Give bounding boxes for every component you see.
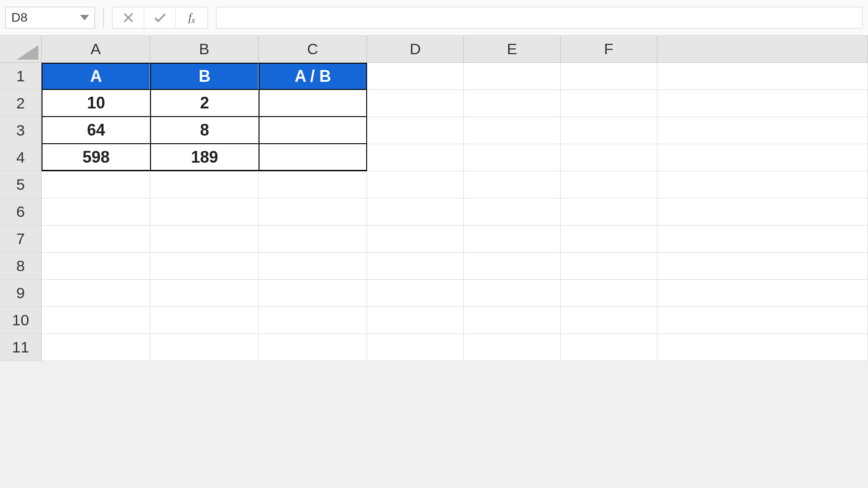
cell-A2[interactable]: 10 <box>42 90 150 117</box>
cell-B4[interactable]: 189 <box>150 144 259 171</box>
cell-blank[interactable] <box>657 280 868 307</box>
row-header-10[interactable]: 10 <box>0 307 42 334</box>
cell-B5[interactable] <box>150 171 259 198</box>
cell-F6[interactable] <box>561 198 657 225</box>
cell-A5[interactable] <box>42 171 150 198</box>
cell-E5[interactable] <box>464 171 561 198</box>
cell-D11[interactable] <box>367 334 464 361</box>
cell-C8[interactable] <box>259 253 367 280</box>
cell-F9[interactable] <box>561 280 657 307</box>
row-header-1[interactable]: 1 <box>0 63 42 90</box>
cell-blank[interactable] <box>657 307 868 334</box>
cell-blank[interactable] <box>657 171 868 198</box>
cell-B10[interactable] <box>150 307 259 334</box>
cell-F10[interactable] <box>561 307 657 334</box>
cell-E7[interactable] <box>464 225 561 253</box>
cell-C2[interactable] <box>259 90 367 117</box>
formula-input[interactable] <box>216 7 863 28</box>
col-header-a[interactable]: A <box>42 36 150 63</box>
row-header-2[interactable]: 2 <box>0 90 42 117</box>
cell-D6[interactable] <box>367 198 464 225</box>
col-header-e[interactable]: E <box>464 36 561 63</box>
cell-D2[interactable] <box>367 90 464 117</box>
cell-A4[interactable]: 598 <box>42 144 150 171</box>
cell-C6[interactable] <box>259 198 367 225</box>
cell-D10[interactable] <box>367 307 464 334</box>
cell-E6[interactable] <box>464 198 561 225</box>
cell-A8[interactable] <box>42 253 150 280</box>
cell-C3[interactable] <box>259 117 367 144</box>
cell-blank[interactable] <box>657 225 868 253</box>
cell-A3[interactable]: 64 <box>42 117 150 144</box>
cell-B7[interactable] <box>150 225 259 253</box>
cell-C5[interactable] <box>259 171 367 198</box>
cell-F8[interactable] <box>561 253 657 280</box>
cell-E10[interactable] <box>464 307 561 334</box>
cell-C9[interactable] <box>259 280 367 307</box>
cell-D8[interactable] <box>367 253 464 280</box>
select-all-corner[interactable] <box>0 36 42 63</box>
col-header-f[interactable]: F <box>561 36 657 63</box>
cell-C11[interactable] <box>259 334 367 361</box>
cell-C4[interactable] <box>259 144 367 171</box>
cell-F3[interactable] <box>561 117 657 144</box>
cell-D4[interactable] <box>367 144 464 171</box>
cell-E9[interactable] <box>464 280 561 307</box>
cell-D3[interactable] <box>367 117 464 144</box>
cell-E11[interactable] <box>464 334 561 361</box>
cell-B2[interactable]: 2 <box>150 90 259 117</box>
cell-A1[interactable]: A <box>42 63 150 90</box>
cell-blank[interactable] <box>657 117 868 144</box>
cell-B1[interactable]: B <box>150 63 259 90</box>
cell-blank[interactable] <box>657 334 868 361</box>
cell-F4[interactable] <box>561 144 657 171</box>
cell-blank[interactable] <box>657 63 868 90</box>
cell-blank[interactable] <box>657 198 868 225</box>
row-header-5[interactable]: 5 <box>0 171 42 198</box>
cell-blank[interactable] <box>657 90 868 117</box>
row-header-8[interactable]: 8 <box>0 253 42 280</box>
cell-blank[interactable] <box>657 144 868 171</box>
cell-E3[interactable] <box>464 117 561 144</box>
name-box[interactable]: D8 <box>5 7 95 28</box>
cell-D1[interactable] <box>367 63 464 90</box>
col-header-b[interactable]: B <box>150 36 259 63</box>
insert-function-button[interactable]: fx <box>176 7 208 28</box>
chevron-down-icon[interactable] <box>80 15 89 20</box>
row-header-3[interactable]: 3 <box>0 117 42 144</box>
cell-B8[interactable] <box>150 253 259 280</box>
cell-F7[interactable] <box>561 225 657 253</box>
row-header-9[interactable]: 9 <box>0 280 42 307</box>
cell-C7[interactable] <box>259 225 367 253</box>
cell-F11[interactable] <box>561 334 657 361</box>
row-header-6[interactable]: 6 <box>0 198 42 225</box>
cell-E4[interactable] <box>464 144 561 171</box>
cell-D5[interactable] <box>367 171 464 198</box>
cell-E2[interactable] <box>464 90 561 117</box>
row-header-7[interactable]: 7 <box>0 225 42 253</box>
cell-B9[interactable] <box>150 280 259 307</box>
cell-F2[interactable] <box>561 90 657 117</box>
cell-A9[interactable] <box>42 280 150 307</box>
cell-F5[interactable] <box>561 171 657 198</box>
col-header-c[interactable]: C <box>259 36 367 63</box>
cell-B3[interactable]: 8 <box>150 117 259 144</box>
table-row: 3 64 8 <box>0 117 868 144</box>
cell-A10[interactable] <box>42 307 150 334</box>
cell-D7[interactable] <box>367 225 464 253</box>
cell-E1[interactable] <box>464 63 561 90</box>
cell-C10[interactable] <box>259 307 367 334</box>
row-header-11[interactable]: 11 <box>0 334 42 361</box>
cell-B11[interactable] <box>150 334 259 361</box>
cell-D9[interactable] <box>367 280 464 307</box>
cell-A11[interactable] <box>42 334 150 361</box>
row-header-4[interactable]: 4 <box>0 144 42 171</box>
cell-C1[interactable]: A / B <box>259 63 367 90</box>
col-header-d[interactable]: D <box>367 36 464 63</box>
cell-F1[interactable] <box>561 63 657 90</box>
cell-A6[interactable] <box>42 198 150 225</box>
cell-B6[interactable] <box>150 198 259 225</box>
cell-A7[interactable] <box>42 225 150 253</box>
cell-blank[interactable] <box>657 253 868 280</box>
cell-E8[interactable] <box>464 253 561 280</box>
